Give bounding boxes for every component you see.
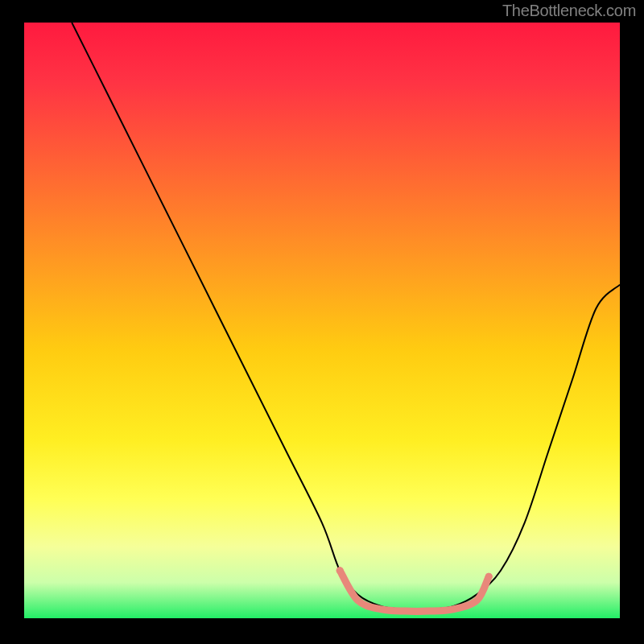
- gradient-background: [24, 23, 620, 618]
- watermark-text: TheBottleneck.com: [502, 2, 636, 20]
- plot-area: [24, 23, 620, 618]
- chart-container: TheBottleneck.com: [0, 0, 644, 644]
- svg-point-0: [336, 567, 344, 574]
- chart-svg: [24, 23, 620, 618]
- svg-point-1: [485, 573, 493, 580]
